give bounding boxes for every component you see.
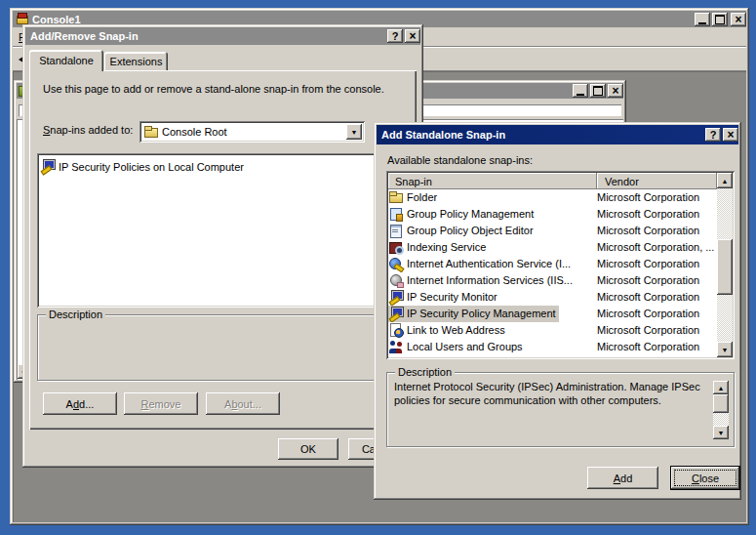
description-groupbox: Description Internet Protocol Security (… [386, 372, 735, 447]
group-policy-management-icon [389, 207, 404, 222]
table-row[interactable]: Internet Authentication Service (I... Mi… [388, 256, 717, 272]
snapin-rows: Folder Microsoft Corporation Group Polic… [388, 189, 717, 357]
addremove-title: Add/Remove Snap-in [30, 30, 139, 42]
iis-icon [389, 273, 404, 288]
combobox-dropdown-button[interactable]: ▼ [346, 124, 362, 140]
table-row[interactable]: IP Security Monitor Microsoft Corporatio… [388, 289, 717, 306]
table-row[interactable]: Link to Web Address Microsoft Corporatio… [388, 322, 717, 339]
indexing-service-icon [389, 240, 404, 255]
child-minimize-button[interactable] [573, 84, 588, 98]
desktop: Console1 × File × ◀ [0, 0, 756, 535]
dialog-add-standalone-snapin: Add Standalone Snap-in ? × Available sta… [374, 122, 741, 500]
add-snapin-button[interactable]: Add... [43, 392, 117, 415]
ipsec-policy-icon [41, 159, 56, 174]
addstandalone-title: Add Standalone Snap-in [381, 129, 505, 141]
intro-text: Use this page to add or remove a stand-a… [43, 83, 384, 95]
table-row[interactable]: Internet Information Services (IIS... Mi… [388, 272, 717, 289]
console-root-combobox[interactable]: Console Root ▼ [139, 121, 365, 143]
snapin-listview: Snap-in Vendor Folder Microsoft Corporat… [386, 171, 735, 359]
ok-button[interactable]: OK [278, 438, 338, 460]
column-header-vendor[interactable]: Vendor [597, 173, 717, 189]
desc-scrollbar-thumb[interactable] [713, 394, 729, 413]
local-users-icon [389, 340, 404, 354]
internet-auth-icon [389, 257, 404, 271]
dialog-close-button[interactable]: × [723, 128, 738, 142]
scrollbar-thumb[interactable] [717, 239, 733, 295]
snapins-listbox[interactable]: IP Security Policies on Local Computer [37, 153, 410, 308]
table-row[interactable]: Folder Microsoft Corporation [388, 189, 717, 206]
column-header-snapin[interactable]: Snap-in [388, 173, 597, 189]
list-item-label: IP Security Policies on Local Computer [59, 161, 244, 173]
description-group-label: Description [46, 309, 105, 320]
remove-button[interactable]: Remove [124, 392, 198, 415]
child-close-button[interactable]: × [608, 84, 623, 98]
desc-scroll-down-button[interactable]: ▼ [713, 426, 729, 439]
description-groupbox: Description [37, 314, 410, 381]
dialog-add-remove-snapin: Add/Remove Snap-in ? × Standalone Extens… [22, 24, 423, 468]
ip-security-monitor-icon [389, 290, 404, 305]
close-button-default[interactable]: Close [670, 466, 740, 490]
console-title: Console1 [32, 14, 81, 25]
add-button[interactable]: Add [587, 467, 658, 489]
help-button[interactable]: ? [387, 29, 403, 43]
close-button[interactable]: × [731, 13, 746, 26]
snapins-added-to-label: Snap-ins added to: [43, 124, 133, 136]
tab-standalone[interactable]: Standalone [29, 50, 103, 71]
scrollbar-up-button[interactable]: ▲ [717, 173, 733, 188]
table-row[interactable]: Indexing Service Microsoft Corporation, … [388, 239, 717, 256]
scrollbar-down-button[interactable]: ▼ [717, 342, 733, 357]
combobox-value: Console Root [162, 126, 227, 138]
minimize-button[interactable] [695, 13, 710, 26]
listview-scrollbar[interactable]: ▲ ▼ [717, 173, 733, 357]
table-row-selected[interactable]: IP Security Policy Management Microsoft … [388, 306, 717, 322]
description-text: Internet Protocol Security (IPSec) Admin… [394, 380, 708, 407]
ip-security-policy-icon [389, 307, 404, 321]
available-snapins-label: Available standalone snap-ins: [387, 154, 533, 166]
description-scrollbar[interactable]: ▲ ▼ [713, 381, 729, 439]
tab-extensions[interactable]: Extensions [104, 52, 168, 71]
table-row[interactable]: Local Users and Groups Microsoft Corpora… [388, 339, 717, 355]
child-maximize-button[interactable] [590, 84, 606, 98]
dialog-close-button[interactable]: × [405, 29, 420, 43]
help-button[interactable]: ? [705, 128, 721, 142]
group-policy-editor-icon [389, 224, 404, 238]
web-link-icon [389, 323, 404, 338]
list-item[interactable]: IP Security Policies on Local Computer [41, 158, 406, 175]
maximize-button[interactable] [712, 13, 728, 26]
table-row[interactable]: Group Policy Management Microsoft Corpor… [388, 206, 717, 223]
addstandalone-titlebar[interactable]: Add Standalone Snap-in ? × [377, 125, 738, 144]
about-button[interactable]: About... [206, 392, 280, 415]
folder-open-icon [144, 125, 159, 140]
folder-icon [389, 190, 404, 205]
tab-page: Use this page to add or remove a stand-a… [29, 70, 417, 430]
addremove-titlebar[interactable]: Add/Remove Snap-in ? × [25, 27, 420, 45]
desc-scroll-up-button[interactable]: ▲ [713, 381, 729, 394]
table-row[interactable]: Group Policy Object Editor Microsoft Cor… [388, 223, 717, 239]
description-group-label: Description [395, 366, 455, 378]
